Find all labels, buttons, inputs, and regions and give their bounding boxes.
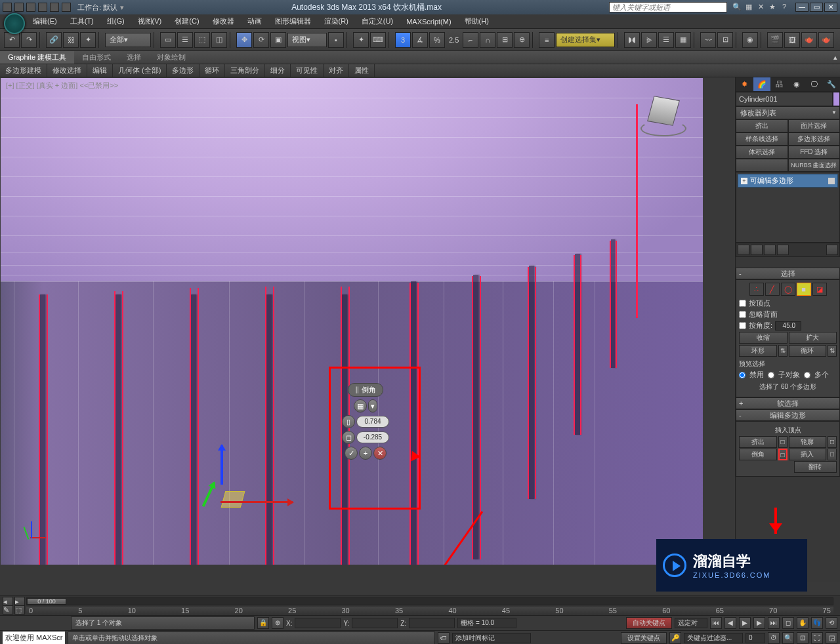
welcome-tab[interactable]: 欢迎使用 MAXScr: [3, 632, 65, 644]
ignore-backface-checkbox[interactable]: [739, 311, 746, 318]
bevel-settings-icon[interactable]: □: [778, 449, 788, 460]
help-icon[interactable]: ?: [780, 3, 789, 12]
modifier-list-dropdown[interactable]: 修改器列表: [736, 106, 840, 119]
z-coord-input[interactable]: [409, 618, 455, 628]
percent-snap-icon[interactable]: %: [429, 32, 445, 48]
key-settings-icon[interactable]: 🔑: [669, 632, 681, 644]
material-editor-icon[interactable]: ◉: [742, 32, 758, 48]
prev-frame-icon[interactable]: ◀: [724, 617, 736, 629]
caddy-outline-spinner[interactable]: -0.285: [356, 432, 389, 443]
time-config-icon[interactable]: ⏱: [768, 632, 780, 644]
angle-snap-icon[interactable]: ∡: [412, 32, 428, 48]
snap-edge-icon[interactable]: ⌐: [463, 32, 478, 48]
set-key-button[interactable]: 设置关键点: [621, 632, 667, 644]
goto-start-icon[interactable]: ⏮: [710, 617, 722, 629]
curve-editor-icon[interactable]: 〰: [700, 32, 716, 48]
render-iterative-icon[interactable]: 🫖: [818, 32, 834, 48]
ribbon-panel-loops[interactable]: 循环: [200, 64, 225, 77]
menu-maxscript[interactable]: MAXScript(M): [400, 16, 457, 28]
snap-vertex-icon[interactable]: ∩: [480, 32, 495, 48]
edge-subobj-icon[interactable]: ╱: [765, 283, 780, 296]
mod-btn-ffd-select[interactable]: FFD 选择: [788, 146, 841, 159]
mod-btn-vol-select[interactable]: 体积选择: [736, 146, 788, 159]
viewport-label[interactable]: [+] [正交] [真实 + 边面] <<已禁用>>: [6, 81, 118, 91]
ribbon-panel-polygons[interactable]: 多边形: [167, 64, 200, 77]
rollout-edit-poly-header[interactable]: -编辑多边形: [736, 409, 840, 421]
caddy-apply-button[interactable]: +: [359, 447, 372, 460]
key-mode-dropdown[interactable]: 选定对: [675, 618, 707, 628]
preview-subobj-radio[interactable]: [768, 372, 774, 378]
menu-help[interactable]: 帮助(H): [458, 14, 495, 28]
qat-new-icon[interactable]: [3, 3, 12, 12]
link-tool-icon[interactable]: 🔗: [46, 32, 62, 48]
time-slider[interactable]: 0 / 100: [26, 597, 833, 605]
vertex-subobj-icon[interactable]: ∴: [749, 283, 764, 296]
subscription-icon[interactable]: ▦: [744, 3, 753, 12]
inset-button[interactable]: 插入: [789, 449, 827, 460]
menu-animation[interactable]: 动画: [241, 14, 268, 28]
mod-btn-poly-select[interactable]: 多边形选择: [788, 132, 841, 146]
window-crossing-icon[interactable]: ◫: [211, 32, 227, 48]
render-setup-icon[interactable]: 🎬: [767, 32, 783, 48]
isolate-icon[interactable]: ◻: [782, 617, 794, 629]
caddy-outline-icon[interactable]: ◻: [342, 431, 355, 444]
loop-spinner-icon[interactable]: ⇅: [828, 345, 837, 357]
ribbon-panel-tris[interactable]: 三角剖分: [225, 64, 265, 77]
border-subobj-icon[interactable]: ◯: [781, 283, 795, 296]
named-selection-dropdown[interactable]: 创建选择集 ▾: [556, 33, 615, 47]
select-manipulate-icon[interactable]: ✦: [353, 32, 369, 48]
ribbon-tab-paint[interactable]: 对象绘制: [149, 51, 194, 64]
select-by-name-icon[interactable]: ☰: [177, 32, 193, 48]
ribbon-tab-freeform[interactable]: 自由形式: [74, 51, 119, 64]
mod-btn-patch-select[interactable]: 面片选择: [788, 119, 841, 132]
viewport-perspective[interactable]: [+] [正交] [真实 + 边面] <<已禁用>> ‖ 倒角 ▦ ▾: [1, 78, 703, 565]
caddy-type-button[interactable]: ▦: [354, 399, 367, 413]
use-center-icon[interactable]: ▪: [328, 32, 344, 48]
menu-tools[interactable]: 工具(T): [64, 14, 100, 28]
qat-link-icon[interactable]: [62, 3, 71, 12]
rendered-frame-icon[interactable]: 🖼: [784, 32, 800, 48]
gizmo-y-axis[interactable]: [202, 482, 216, 507]
element-subobj-icon[interactable]: ◪: [812, 283, 827, 296]
zoom-all-icon[interactable]: ⊡: [797, 632, 808, 644]
select-move-icon[interactable]: ✥: [236, 32, 252, 48]
snap-grid-icon[interactable]: ⊞: [497, 32, 513, 48]
stack-expand-icon[interactable]: +: [741, 178, 747, 184]
zoom-icon[interactable]: 🔍: [782, 632, 794, 644]
by-vertex-checkbox[interactable]: [739, 300, 746, 307]
mini-listener-icon[interactable]: ✎: [3, 605, 13, 614]
add-time-tag-field[interactable]: 添加时间标记: [452, 633, 531, 643]
loop-button[interactable]: 循环: [789, 345, 827, 357]
caddy-type-dropdown-icon[interactable]: ▾: [368, 399, 377, 413]
stack-item-editable-poly[interactable]: + 可编辑多边形: [738, 174, 838, 188]
menu-views[interactable]: 视图(V): [131, 14, 169, 28]
show-end-result-icon[interactable]: [751, 245, 763, 255]
orbit-icon[interactable]: ⟲: [826, 617, 837, 629]
workspace-selector[interactable]: 工作台: 默认: [77, 3, 117, 12]
search-icon[interactable]: 🔍: [732, 3, 742, 12]
mod-btn-empty[interactable]: [736, 159, 788, 172]
next-frame-icon[interactable]: ▶: [753, 617, 765, 629]
preview-multi-radio[interactable]: [804, 372, 810, 378]
ref-coord-dropdown[interactable]: 视图 ▾: [287, 33, 327, 47]
keyboard-shortcut-icon[interactable]: ⌨: [370, 32, 386, 48]
layers-icon[interactable]: ☰: [658, 32, 674, 48]
timeline-prev-icon[interactable]: ◂: [3, 597, 13, 606]
object-name-input[interactable]: [736, 92, 833, 106]
menu-graph-editors[interactable]: 图形编辑器: [268, 14, 318, 28]
outline-button[interactable]: 轮廓: [789, 436, 827, 448]
ribbon-panel-edit[interactable]: 编辑: [87, 64, 113, 77]
snap-pivot-icon[interactable]: ⊕: [514, 32, 530, 48]
time-slider-knob[interactable]: 0 / 100: [27, 598, 66, 605]
time-tag-icon[interactable]: 🏷: [438, 632, 450, 644]
application-menu-button[interactable]: [4, 13, 25, 34]
exchange-icon[interactable]: ✕: [756, 3, 765, 12]
mirror-icon[interactable]: ◗◖: [624, 32, 640, 48]
display-tab-icon[interactable]: 🖵: [805, 77, 823, 91]
render-production-icon[interactable]: 🫖: [801, 32, 817, 48]
time-ruler[interactable]: 05 1015 2025 3035 4045 5055 6065 7075: [26, 607, 833, 614]
qat-redo-icon[interactable]: [50, 3, 59, 12]
inset-settings-icon[interactable]: □: [828, 449, 837, 460]
caddy-cancel-button[interactable]: ✕: [373, 447, 387, 460]
preview-disable-radio[interactable]: [739, 372, 746, 378]
